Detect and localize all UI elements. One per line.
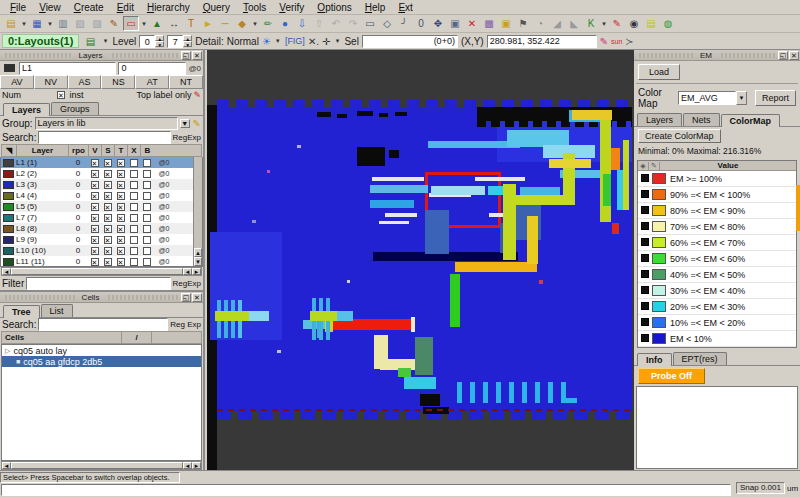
col-cells[interactable]: Cells: [2, 332, 122, 343]
refresh-sun-icon[interactable]: ☀: [262, 36, 271, 47]
layer-x-checkbox[interactable]: [127, 247, 140, 255]
ascend-icon[interactable]: ⇧: [311, 16, 327, 31]
probe-off-button[interactable]: Probe Off: [638, 368, 705, 384]
layer-row[interactable]: L8 (8)0✕✕✕@0: [1, 223, 202, 234]
menu-hierarchy[interactable]: Hierarchy: [141, 1, 196, 14]
regexp-label[interactable]: RegExp: [173, 133, 201, 142]
cells-tree[interactable]: ▷cq05 auto lay■cq05 aa gfdcp 2db5: [1, 344, 202, 461]
cells-search-input[interactable]: [38, 318, 168, 331]
draw-rect-icon[interactable]: ▭: [362, 16, 378, 31]
em-titlebar[interactable]: EM ◱ ✕: [634, 50, 800, 61]
zoom-menu-icon[interactable]: ▾: [600, 16, 608, 31]
report-button[interactable]: Report: [755, 90, 796, 106]
all-text-button[interactable]: AT: [135, 75, 169, 89]
selection-count-field[interactable]: (0+0): [362, 35, 458, 48]
layer-row[interactable]: L5 (5)0✕✕✕@0: [1, 201, 202, 212]
save-icon[interactable]: ▦: [29, 16, 45, 31]
open-icon[interactable]: ▤: [3, 16, 19, 31]
colormap-row[interactable]: 40% =< EM < 50%: [638, 267, 796, 283]
layer-list-hscrollbar[interactable]: ◄ ◄ ►: [1, 267, 202, 276]
layer-color-swatch[interactable]: [3, 203, 14, 211]
menu-create[interactable]: Create: [68, 1, 110, 14]
layer-b-checkbox[interactable]: [140, 247, 153, 255]
placeholder-1-icon[interactable]: ▧: [72, 16, 88, 31]
scroll-down-icon[interactable]: ▼: [194, 257, 202, 266]
colormap-checkbox[interactable]: [638, 206, 652, 216]
colormap-swatch[interactable]: [652, 237, 666, 248]
pin-icon[interactable]: ◍: [660, 16, 676, 31]
fill-menu-icon[interactable]: ▾: [251, 16, 259, 31]
menu-options[interactable]: Options: [311, 1, 357, 14]
cell-tree-item[interactable]: ▷cq05 auto lay: [2, 345, 201, 356]
layer-list[interactable]: ▲ ▼ L1 (1)0✕✕✕@0L2 (2)0✕✕✕@0L3 (3)0✕✕✕@0…: [0, 157, 203, 267]
layer-t-checkbox[interactable]: ✕: [114, 247, 127, 255]
titlebar-grip[interactable]: [3, 295, 75, 300]
fill-bucket-icon[interactable]: ◆: [234, 16, 250, 31]
yank-icon[interactable]: ▣: [498, 16, 514, 31]
none-selectable-button[interactable]: NS: [101, 75, 135, 89]
layer-x-checkbox[interactable]: [127, 170, 140, 178]
layer-x-checkbox[interactable]: [127, 258, 140, 266]
descend-icon[interactable]: ⇩: [294, 16, 310, 31]
layer-row[interactable]: L4 (4)0✕✕✕@0: [1, 190, 202, 201]
detail-value[interactable]: Normal: [227, 36, 259, 47]
colormap-swatch[interactable]: [652, 301, 666, 312]
go-icon[interactable]: ►: [200, 16, 216, 31]
search-icon[interactable]: ◉: [626, 16, 642, 31]
layer-s-checkbox[interactable]: ✕: [101, 159, 114, 167]
stretch-icon[interactable]: ↔: [166, 16, 182, 31]
colormap-row[interactable]: 80% =< EM < 90%: [638, 203, 796, 219]
eraser-icon[interactable]: ✎: [609, 16, 625, 31]
layer-b-checkbox[interactable]: [140, 159, 153, 167]
col-b[interactable]: B: [141, 145, 154, 156]
colormap-swatch[interactable]: [652, 189, 666, 200]
tree-expander-icon[interactable]: ▷: [5, 347, 10, 355]
layer-t-checkbox[interactable]: ✕: [114, 236, 127, 244]
layer-t-checkbox[interactable]: ✕: [114, 225, 127, 233]
layer-color-swatch[interactable]: [3, 192, 14, 200]
layer-s-checkbox[interactable]: ✕: [101, 181, 114, 189]
scroll-left-icon[interactable]: ◄: [183, 462, 192, 469]
group-combo[interactable]: Layers in lib: [35, 117, 178, 130]
col-value[interactable]: Value: [660, 161, 796, 170]
redo-icon[interactable]: ↷: [345, 16, 361, 31]
titlebar-grip[interactable]: [110, 53, 179, 58]
layer-t-checkbox[interactable]: ✕: [114, 159, 127, 167]
tab-em-colormap[interactable]: ColorMap: [721, 114, 781, 127]
layout-view-menu-icon[interactable]: ▾: [101, 34, 109, 49]
col-sort[interactable]: /: [122, 332, 152, 343]
layer-x-checkbox[interactable]: [127, 159, 140, 167]
properties-icon[interactable]: ▩: [481, 16, 497, 31]
layer-v-checkbox[interactable]: ✕: [88, 214, 101, 222]
colormap-swatch[interactable]: [652, 205, 666, 216]
layer-t-checkbox[interactable]: ✕: [114, 170, 127, 178]
colormap-checkbox[interactable]: [638, 318, 652, 328]
layer-search-input[interactable]: [38, 131, 170, 144]
command-line-field[interactable]: [1, 484, 731, 496]
move-icon[interactable]: ✥: [430, 16, 446, 31]
sort-corner-icon[interactable]: ◥: [2, 145, 17, 156]
layer-v-checkbox[interactable]: ✕: [88, 247, 101, 255]
fig-mode-label[interactable]: [FIG]: [285, 36, 305, 46]
level-max-arrows[interactable]: ▲▼: [183, 35, 192, 48]
level-min-arrows[interactable]: ▲▼: [155, 35, 164, 48]
colormap-swatch[interactable]: [652, 333, 666, 344]
layer-s-checkbox[interactable]: ✕: [101, 258, 114, 266]
top-label-only-label[interactable]: Top label only: [136, 90, 191, 100]
colormap-checkbox[interactable]: [638, 286, 652, 296]
col-t[interactable]: T: [115, 145, 128, 156]
scrollbar-thumb[interactable]: [11, 268, 183, 275]
edit-group-icon[interactable]: ✎: [193, 118, 201, 129]
layer-row[interactable]: L7 (7)0✕✕✕@0: [1, 212, 202, 223]
cell-tree-item[interactable]: ■cq05 aa gfdcp 2db5: [2, 356, 201, 367]
menu-edit[interactable]: Edit: [111, 1, 140, 14]
tab-layers[interactable]: Layers: [3, 103, 50, 116]
save-menu-icon[interactable]: ▾: [46, 16, 54, 31]
snapshot-icon[interactable]: ▤: [643, 16, 659, 31]
colormap-row[interactable]: 90% =< EM < 100%: [638, 187, 796, 203]
brush-icon[interactable]: ✎: [106, 16, 122, 31]
layer-b-checkbox[interactable]: [140, 214, 153, 222]
create-colormap-button[interactable]: Create ColorMap: [638, 129, 721, 143]
close-panel-icon[interactable]: ✕: [192, 293, 202, 302]
layer-row[interactable]: L9 (9)0✕✕✕@0: [1, 234, 202, 245]
